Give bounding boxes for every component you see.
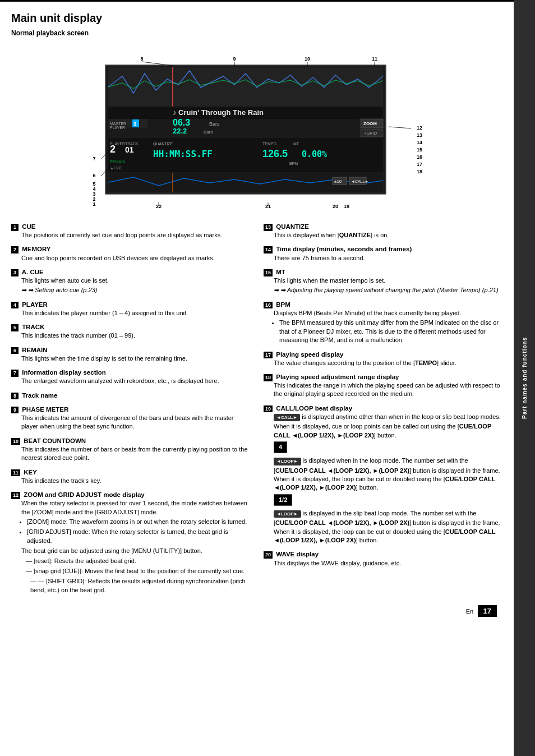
svg-text:±10: ±10 — [334, 179, 342, 184]
section-3: 3 A. CUE This lights when auto cue is se… — [11, 268, 250, 295]
svg-text:Bars: Bars — [209, 121, 220, 127]
svg-text:18: 18 — [417, 169, 422, 174]
section-2: 2 MEMORY Cue and loop points recorded on… — [11, 245, 250, 262]
svg-text:◄CALL►: ◄CALL► — [351, 179, 368, 183]
section-16: 16 BPM Displays BPM (Beats Per Minute) o… — [264, 300, 502, 345]
svg-text:MT: MT — [293, 142, 299, 146]
svg-text:2: 2 — [110, 144, 116, 155]
section-7: 7 Information display section The enlarg… — [11, 368, 250, 385]
section-13: 13 QUANTIZE This is displayed when [QUAN… — [264, 222, 502, 239]
svg-text:8: 8 — [140, 56, 143, 62]
player-diagram: ♪ Cruin' Through The Rain MASTER PLAYER … — [61, 43, 453, 216]
page-title: Main unit display — [11, 12, 502, 25]
svg-text:▲CUE: ▲CUE — [110, 166, 122, 170]
section-4: 4 PLAYER This indicates the player numbe… — [11, 300, 250, 317]
svg-text:19: 19 — [344, 204, 349, 209]
section-9: 9 PHASE METER This indicates the amount … — [11, 405, 250, 431]
svg-text:10: 10 — [305, 56, 310, 62]
svg-text:06.3: 06.3 — [173, 118, 190, 127]
svg-text:16: 16 — [417, 154, 422, 160]
svg-text:15: 15 — [417, 147, 422, 153]
svg-text:PLAYER: PLAYER — [110, 126, 125, 130]
svg-text:6: 6 — [93, 173, 95, 178]
section-10: 10 BEAT COUNTDOWN This indicates the num… — [11, 436, 250, 463]
svg-text:12: 12 — [417, 125, 422, 131]
svg-line-56 — [389, 127, 411, 128]
svg-text:22.2: 22.2 — [173, 127, 187, 135]
page-number-area: En 17 — [11, 605, 502, 617]
diagram-area: ♪ Cruin' Through The Rain MASTER PLAYER … — [11, 43, 502, 216]
svg-text:♪ Cruin' Through The Rain: ♪ Cruin' Through The Rain — [173, 108, 264, 117]
section-15: 15 MT This lights when the master tempo … — [264, 268, 502, 295]
svg-text:3: 3 — [133, 121, 136, 127]
svg-text:REMAIN: REMAIN — [110, 160, 125, 164]
svg-text:HH:MM:SS.FF: HH:MM:SS.FF — [153, 149, 213, 159]
svg-text:7: 7 — [93, 156, 95, 162]
svg-text:BPM: BPM — [289, 162, 298, 165]
section-19: 19 CALL/LOOP beat display ◄CALL► is disp… — [264, 404, 502, 545]
svg-text:9: 9 — [233, 56, 236, 62]
section-17: 17 Playing speed display The value chang… — [264, 350, 502, 367]
svg-text:126.5: 126.5 — [262, 148, 288, 159]
svg-text:TEMPO: TEMPO — [262, 142, 276, 146]
section-12: 12 ZOOM and GRID ADJUST mode display Whe… — [11, 490, 250, 594]
svg-text:1: 1 — [93, 201, 95, 207]
section-11: 11 KEY This indicates the track's key. — [11, 468, 250, 485]
svg-text:13: 13 — [417, 132, 422, 138]
svg-text:Bars: Bars — [204, 130, 213, 135]
svg-text:01: 01 — [125, 145, 134, 154]
svg-rect-18 — [108, 138, 383, 173]
right-column: 13 QUANTIZE This is displayed when [QUAN… — [264, 222, 502, 600]
svg-text:MASTER: MASTER — [110, 122, 126, 126]
sidebar-label: Part names and functions — [514, 0, 535, 756]
section-5: 5 TRACK This indicates the track number … — [11, 322, 250, 340]
svg-text:QUANTIZE: QUANTIZE — [153, 142, 173, 146]
section-14: 14 Time display (minutes, seconds and fr… — [264, 245, 502, 262]
left-column: 1 CUE The positions of currently set cue… — [11, 222, 250, 600]
svg-text:0.00%: 0.00% — [302, 149, 327, 159]
svg-text:20: 20 — [333, 204, 338, 209]
section-1: 1 CUE The positions of currently set cue… — [11, 222, 250, 239]
svg-text:11: 11 — [372, 56, 377, 62]
content-columns: 1 CUE The positions of currently set cue… — [11, 222, 502, 600]
svg-text:+GRID: +GRID — [364, 131, 377, 136]
section-20: 20 WAVE display This displays the WAVE d… — [264, 550, 502, 567]
section-8: 8 Track name — [11, 391, 250, 400]
page-subtitle: Normal playback screen — [11, 29, 502, 37]
section-18: 18 Playing speed adjustment range displa… — [264, 372, 502, 399]
svg-text:ZOOM: ZOOM — [363, 121, 377, 126]
svg-text:14: 14 — [417, 140, 422, 145]
section-6: 6 REMAIN This lights when the time displ… — [11, 345, 250, 363]
page-number: 17 — [478, 605, 497, 617]
svg-text:17: 17 — [417, 162, 422, 167]
